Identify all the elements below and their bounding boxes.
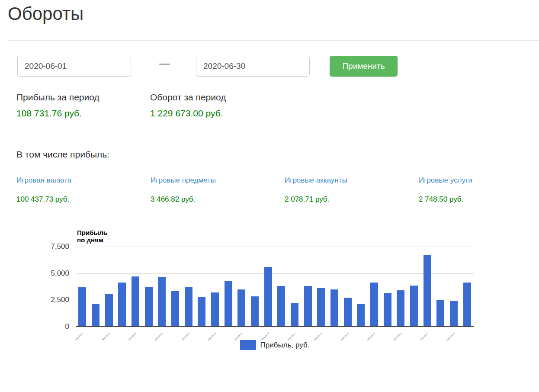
chart-bar[interactable]: [330, 289, 338, 327]
y-axis-tick-label: 7,500: [39, 242, 69, 251]
turnover-summary: Оборот за период 1 229 673.00 руб.: [150, 92, 226, 119]
turnover-label: Оборот за период: [150, 92, 226, 103]
chart-bar[interactable]: [357, 304, 365, 327]
chart-bar[interactable]: [198, 297, 205, 327]
apply-button[interactable]: Применить: [330, 56, 398, 77]
chart-bar[interactable]: [436, 300, 444, 327]
chart-bar[interactable]: [450, 301, 458, 327]
date-range-separator: —: [157, 55, 172, 71]
category-value-currency: 100 437.73 руб.: [16, 195, 151, 204]
category-link-services[interactable]: Игровые услуги: [419, 176, 472, 185]
legend-label: Прибыль, руб.: [260, 340, 310, 350]
y-axis-tick-label: 0: [39, 322, 69, 331]
page-title: Обороты: [8, 3, 83, 24]
category-value-accounts: 2 078.71 руб.: [285, 195, 419, 204]
breakdown-item-accounts: Игровые аккаунты 2 078.71 руб.: [285, 176, 419, 204]
chart-bar[interactable]: [211, 292, 219, 327]
chart-bar[interactable]: [105, 294, 113, 327]
profit-summary: Прибыль за период 108 731.76 руб.: [16, 92, 99, 119]
chart-bar[interactable]: [92, 304, 99, 327]
chart-bar[interactable]: [397, 290, 404, 327]
chart-title: Прибыль по дням: [77, 229, 107, 244]
y-gridline: [76, 247, 474, 247]
y-gridline: [76, 273, 474, 274]
chart-bar[interactable]: [185, 287, 192, 327]
chart-bar[interactable]: [264, 267, 272, 327]
chart-bar[interactable]: [410, 286, 418, 327]
y-axis-tick-label: 2,500: [39, 296, 69, 304]
chart-bar[interactable]: [237, 289, 245, 327]
category-value-services: 2 748.50 руб.: [419, 195, 539, 204]
chart-bar[interactable]: [171, 291, 179, 327]
category-link-items[interactable]: Игровые предметы: [151, 176, 216, 185]
chart-bar[interactable]: [118, 283, 126, 327]
chart-bar[interactable]: [384, 293, 391, 327]
date-to-input[interactable]: [196, 56, 310, 77]
chart-bar[interactable]: [78, 287, 86, 327]
breakdown-item-currency: Игровая валюта 100 437.73 руб.: [16, 176, 151, 204]
chart-bar[interactable]: [251, 296, 259, 327]
turnover-value: 1 229 673.00 руб.: [150, 108, 226, 119]
chart-bar[interactable]: [304, 286, 312, 327]
profit-label: Прибыль за период: [16, 92, 99, 103]
chart-bar[interactable]: [145, 287, 153, 327]
y-axis-tick-label: 5,000: [39, 269, 69, 278]
divider: [8, 40, 539, 41]
category-value-items: 3 466.82 руб.: [151, 195, 285, 204]
category-link-accounts[interactable]: Игровые аккаунты: [285, 176, 347, 185]
chart-bar[interactable]: [463, 283, 471, 327]
breakdown-heading: В том числе прибыль:: [16, 149, 109, 160]
chart-bar[interactable]: [317, 288, 325, 327]
chart-bar[interactable]: [344, 298, 352, 327]
chart-bar[interactable]: [132, 276, 139, 327]
chart-bar[interactable]: [277, 286, 285, 327]
chart-bar[interactable]: [424, 255, 431, 327]
legend-swatch-icon: [240, 340, 256, 350]
chart-bar[interactable]: [225, 281, 232, 327]
breakdown-item-services: Игровые услуги 2 748.50 руб.: [419, 176, 539, 204]
category-link-currency[interactable]: Игровая валюта: [16, 176, 71, 185]
x-axis-baseline: [76, 326, 474, 327]
breakdown-item-items: Игровые предметы 3 466.82 руб.: [151, 176, 285, 204]
plot-area: 02,5005,0007,5002020-06-012020-06-032020…: [76, 247, 474, 327]
chart-bar[interactable]: [158, 277, 166, 327]
chart-bar[interactable]: [291, 303, 298, 327]
chart-legend: Прибыль, руб.: [76, 340, 474, 350]
breakdown: Игровая валюта 100 437.73 руб. Игровые п…: [16, 176, 539, 204]
profit-value: 108 731.76 руб.: [16, 108, 99, 119]
date-from-input[interactable]: [17, 56, 131, 77]
chart-bar[interactable]: [370, 283, 378, 327]
